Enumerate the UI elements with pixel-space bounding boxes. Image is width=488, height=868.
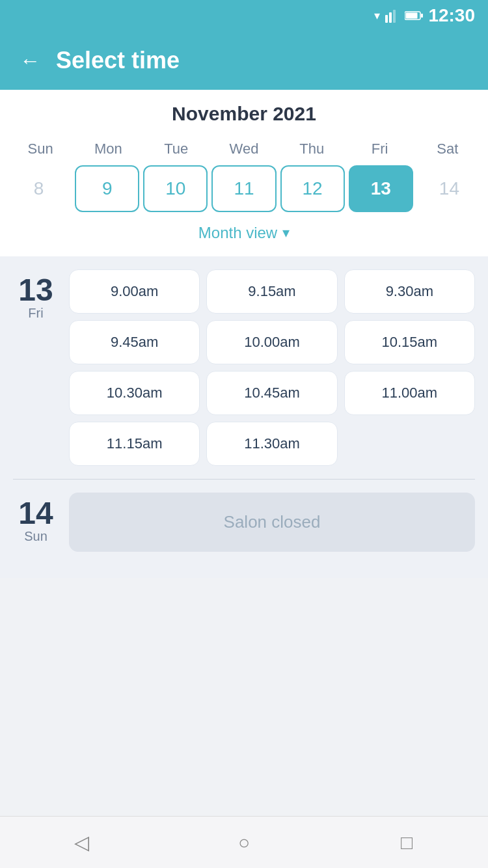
svg-rect-0 bbox=[385, 15, 388, 23]
salon-closed-label: Salon closed bbox=[69, 493, 475, 552]
slot-1115am[interactable]: 11.15am bbox=[69, 422, 200, 466]
weekday-sat: Sat bbox=[414, 137, 481, 165]
slot-1130am[interactable]: 11.30am bbox=[206, 422, 337, 466]
slot-1000am[interactable]: 10.00am bbox=[206, 320, 337, 364]
weekday-mon: Mon bbox=[74, 137, 142, 165]
day-11[interactable]: 11 bbox=[211, 165, 276, 212]
slot-915am[interactable]: 9.15am bbox=[206, 269, 337, 314]
weekday-sun: Sun bbox=[7, 137, 74, 165]
signal-icon bbox=[385, 8, 400, 23]
slots-section: 13 Fri 9.00am 9.15am 9.30am 9.45am 10.00… bbox=[0, 256, 488, 578]
day-14-name: Sun bbox=[13, 529, 59, 544]
day-13[interactable]: 13 bbox=[349, 165, 413, 212]
page-title: Select time bbox=[56, 47, 180, 74]
day-14-group: 14 Sun Salon closed bbox=[13, 493, 475, 552]
status-icons: ▾ 12:30 bbox=[374, 5, 475, 26]
month-view-label: Month view bbox=[198, 224, 277, 242]
slot-930am[interactable]: 9.30am bbox=[344, 269, 475, 314]
day-14-num: 14 bbox=[13, 498, 59, 529]
svg-rect-1 bbox=[389, 12, 392, 23]
status-bar: ▾ 12:30 bbox=[0, 0, 488, 31]
divider bbox=[13, 479, 475, 480]
month-year-label: November 2021 bbox=[0, 103, 488, 125]
slot-900am[interactable]: 9.00am bbox=[69, 269, 200, 314]
day-13-time-grid: 9.00am 9.15am 9.30am 9.45am 10.00am 10.1… bbox=[69, 269, 475, 466]
nav-recents-button[interactable]: □ bbox=[391, 827, 422, 858]
slot-945am[interactable]: 9.45am bbox=[69, 320, 200, 364]
slot-1030am[interactable]: 10.30am bbox=[69, 371, 200, 415]
nav-back-button[interactable]: ◁ bbox=[66, 827, 97, 858]
svg-rect-5 bbox=[421, 14, 423, 18]
day-14-label: 14 Sun bbox=[13, 493, 59, 552]
nav-home-button[interactable]: ○ bbox=[228, 827, 260, 858]
weekday-wed: Wed bbox=[210, 137, 278, 165]
bottom-nav: ◁ ○ □ bbox=[0, 816, 488, 868]
day-14[interactable]: 14 bbox=[417, 165, 481, 212]
back-button[interactable]: ← bbox=[20, 50, 40, 71]
day-13-num: 13 bbox=[13, 275, 59, 306]
day-8[interactable]: 8 bbox=[7, 165, 71, 212]
weekday-tue: Tue bbox=[142, 137, 210, 165]
day-13-group: 13 Fri 9.00am 9.15am 9.30am 9.45am 10.00… bbox=[13, 269, 475, 466]
wifi-icon: ▾ bbox=[374, 8, 380, 23]
calendar-section: November 2021 Sun Mon Tue Wed Thu Fri Sa… bbox=[0, 90, 488, 256]
day-10[interactable]: 10 bbox=[143, 165, 208, 212]
svg-rect-4 bbox=[406, 13, 418, 19]
slot-1015am[interactable]: 10.15am bbox=[344, 320, 475, 364]
slot-1100am[interactable]: 11.00am bbox=[344, 371, 475, 415]
bottom-spacer bbox=[0, 578, 488, 630]
app-header: ← Select time bbox=[0, 31, 488, 90]
weekday-fri: Fri bbox=[346, 137, 413, 165]
svg-rect-2 bbox=[393, 10, 396, 23]
day-13-name: Fri bbox=[13, 306, 59, 321]
status-time: 12:30 bbox=[428, 5, 475, 26]
day-13-label: 13 Fri bbox=[13, 269, 59, 466]
weekday-thu: Thu bbox=[278, 137, 346, 165]
month-view-toggle[interactable]: Month view ▾ bbox=[0, 219, 488, 250]
slot-1045am[interactable]: 10.45am bbox=[206, 371, 337, 415]
chevron-down-icon: ▾ bbox=[282, 224, 290, 241]
day-9[interactable]: 9 bbox=[75, 165, 139, 212]
day-12[interactable]: 12 bbox=[280, 165, 345, 212]
battery-icon bbox=[405, 10, 423, 21]
week-row: 8 9 10 11 12 13 14 bbox=[0, 165, 488, 219]
weekday-headers: Sun Mon Tue Wed Thu Fri Sat bbox=[0, 137, 488, 165]
